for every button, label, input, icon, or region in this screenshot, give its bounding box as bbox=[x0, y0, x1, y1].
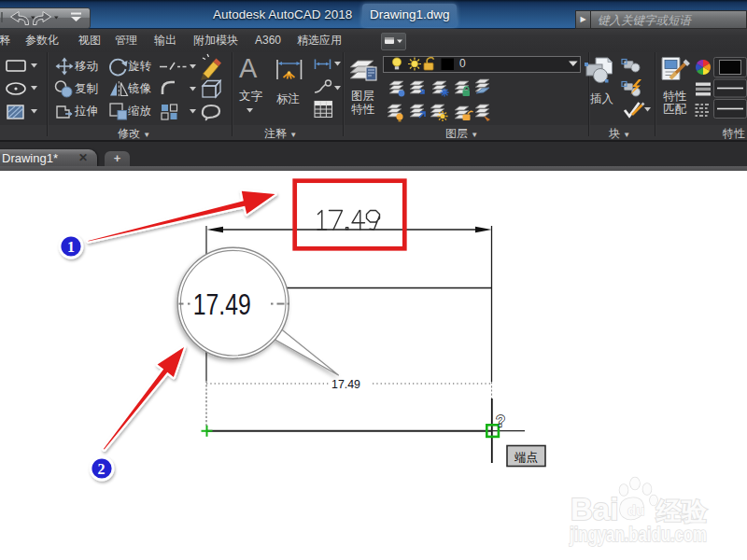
svg-text:jingyan.baidu.com: jingyan.baidu.com bbox=[569, 523, 707, 546]
svg-text:du: du bbox=[627, 502, 644, 518]
svg-text:1: 1 bbox=[67, 239, 75, 255]
svg-text:Bai: Bai bbox=[571, 492, 618, 526]
svg-text:?: ? bbox=[496, 413, 505, 429]
svg-text:端点: 端点 bbox=[514, 451, 538, 464]
svg-text:17.49: 17.49 bbox=[331, 377, 360, 391]
svg-text:经验: 经验 bbox=[655, 497, 708, 525]
svg-text:2: 2 bbox=[98, 461, 106, 477]
svg-text:A: A bbox=[239, 53, 258, 83]
svg-text:17.49: 17.49 bbox=[193, 288, 251, 321]
